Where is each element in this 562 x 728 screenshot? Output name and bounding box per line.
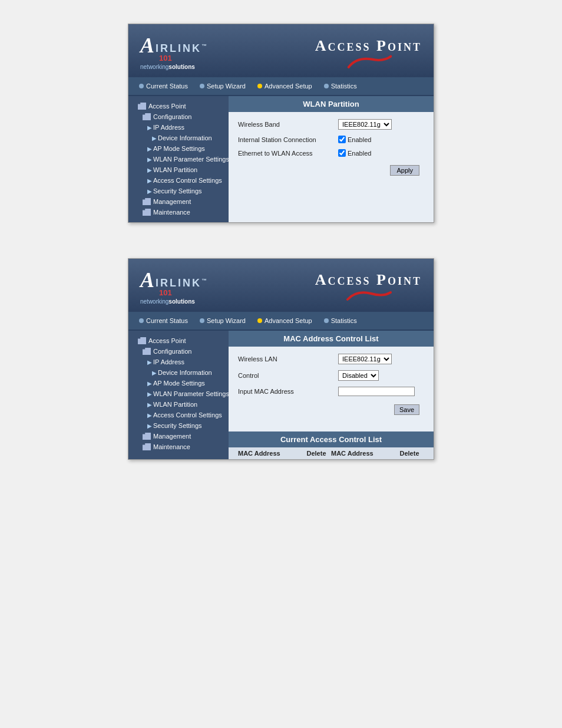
swoosh-2 (315, 289, 422, 304)
label-control-2: Control (238, 372, 338, 379)
sidebar-item-wlan-partition-2[interactable]: ▶ WLAN Partition (128, 399, 229, 410)
arrow-icon-3: ▶ (147, 146, 152, 152)
nav-setup-wizard-1[interactable]: Setup Wizard (195, 80, 250, 92)
sidebar-item-maintenance-2[interactable]: Maintenance (128, 442, 229, 452)
input-mac-address-2[interactable] (338, 387, 415, 396)
select-wireless-lan-2[interactable]: IEEE802.11g IEEE802.11b (338, 354, 392, 364)
nav-dot-3 (257, 84, 262, 88)
logo-a-2: A (140, 269, 154, 291)
folder-icon-4 (143, 209, 151, 216)
section-header2-2: Current Access Control List (229, 431, 434, 447)
swoosh-svg-1 (345, 53, 393, 70)
sidebar-item-access-point-2[interactable]: Access Point (128, 335, 229, 346)
clearfix-1: Apply (238, 163, 424, 180)
nav-setup-wizard-2[interactable]: Setup Wizard (195, 315, 250, 327)
panel-mac-address: A IRLINK™ 101 networkingsolutions Access… (128, 258, 434, 460)
folder-icon-5 (138, 337, 146, 344)
table-header-2: MAC Address Delete MAC Address Delete (229, 447, 434, 459)
checkbox-internal-station-1[interactable] (338, 136, 346, 143)
nav-current-status-2[interactable]: Current Status (134, 315, 193, 327)
label-internal-station-1: Internal Station Connection (238, 136, 338, 143)
arrow-icon-11: ▶ (147, 391, 152, 397)
col-mac-address-2: MAC Address (331, 450, 395, 457)
save-button-2[interactable]: Save (394, 404, 419, 415)
logo-a-1: A (140, 35, 154, 56)
main-content-1: WLAN Partition Wireless Band IEEE802.11g… (229, 96, 434, 222)
arrow-icon-5: ▶ (147, 167, 152, 173)
form-row-control-2: Control Disabled Enabled (238, 370, 424, 381)
sidebar-item-access-control-2[interactable]: ▶ Access Control Settings (128, 410, 229, 420)
logo-area-1: A IRLINK™ 101 networkingsolutions (140, 35, 209, 70)
sidebar-item-management-1[interactable]: Management (128, 196, 229, 207)
panel-header-2: A IRLINK™ 101 networkingsolutions Access… (128, 259, 434, 312)
section-header-2: MAC Address Control List (229, 331, 434, 347)
folder-icon-8 (143, 443, 151, 450)
sidebar-item-security-2[interactable]: ▶ Security Settings (128, 420, 229, 431)
clearfix-2: Save (238, 402, 424, 420)
control-input-mac-2 (338, 387, 415, 396)
label-wireless-lan-2: Wireless LAN (238, 355, 338, 363)
sidebar-item-wlan-param-1[interactable]: ▶ WLAN Parameter Settings (128, 154, 229, 164)
nav-dot-5 (139, 318, 144, 323)
form-row-input-mac-2: Input MAC Address (238, 387, 424, 396)
arrow-icon-4: ▶ (147, 156, 152, 163)
nav-bar-2: Current Status Setup Wizard Advanced Set… (128, 312, 434, 331)
checkbox-label-ethernet-1: Enabled (338, 149, 371, 157)
sidebar-item-access-control-1[interactable]: ▶ Access Control Settings (128, 175, 229, 186)
apply-button-1[interactable]: Apply (390, 165, 419, 176)
nav-advanced-setup-1[interactable]: Advanced Setup (253, 80, 317, 92)
header-title-area-2: Access Point (315, 271, 422, 304)
folder-icon-3 (143, 198, 151, 205)
checkbox-ethernet-wlan-1[interactable] (338, 149, 346, 157)
panel-wlan-partition: A IRLINK™ 101 networkingsolutions Access… (128, 24, 434, 223)
nav-statistics-1[interactable]: Statistics (319, 80, 362, 92)
main-content-2: MAC Address Control List Wireless LAN IE… (229, 331, 434, 459)
nav-current-status-1[interactable]: Current Status (134, 80, 193, 92)
form-row-wireless-band-1: Wireless Band IEEE802.11g IEEE802.11b (238, 119, 424, 130)
sidebar-item-ip-address-2[interactable]: ▶ IP Address (128, 357, 229, 367)
sidebar-item-wlan-param-2[interactable]: ▶ WLAN Parameter Settings (128, 388, 229, 399)
logo-101-1: 101 (159, 54, 209, 62)
arrow-icon-13: ▶ (147, 412, 152, 419)
form-body-1: Wireless Band IEEE802.11g IEEE802.11b In… (229, 112, 434, 187)
folder-icon-7 (143, 433, 151, 440)
sidebar-item-ip-address-1[interactable]: ▶ IP Address (128, 122, 229, 133)
arrow-icon-1: ▶ (147, 124, 152, 131)
control-ethernet-wlan-1: Enabled (338, 149, 371, 157)
sidebar-item-device-info-1[interactable]: ▶ Device Information (128, 133, 229, 143)
arrow-icon-7: ▶ (147, 188, 152, 195)
select-control-2[interactable]: Disabled Enabled (338, 370, 379, 381)
sidebar-item-ap-mode-1[interactable]: ▶ AP Mode Settings (128, 143, 229, 154)
sidebar-item-configuration-2[interactable]: Configuration (128, 346, 229, 357)
nav-bar-1: Current Status Setup Wizard Advanced Set… (128, 77, 434, 96)
sidebar-item-device-info-2[interactable]: ▶ Device Information (128, 367, 229, 378)
control-internal-station-1: Enabled (338, 136, 371, 143)
section-header-1: WLAN Partition (229, 96, 434, 112)
folder-icon-1 (138, 103, 146, 110)
label-input-mac-2: Input MAC Address (238, 388, 338, 395)
nav-dot-4 (324, 84, 329, 88)
form-row-internal-station-1: Internal Station Connection Enabled (238, 136, 424, 143)
sidebar-item-wlan-partition-1[interactable]: ▶ WLAN Partition (128, 164, 229, 175)
nav-dot-6 (200, 318, 204, 323)
select-wireless-band-1[interactable]: IEEE802.11g IEEE802.11b (338, 119, 392, 130)
arrow-icon-10: ▶ (147, 380, 152, 387)
nav-advanced-setup-2[interactable]: Advanced Setup (253, 315, 317, 327)
sidebar-2: Access Point Configuration ▶ IP Address … (128, 331, 229, 459)
header-title-2: Access Point (315, 271, 422, 289)
sidebar-item-configuration-1[interactable]: Configuration (128, 111, 229, 122)
nav-dot-2 (200, 84, 204, 88)
sidebar-item-access-point-1[interactable]: Access Point (128, 101, 229, 111)
sidebar-item-security-1[interactable]: ▶ Security Settings (128, 186, 229, 196)
content-area-2: Access Point Configuration ▶ IP Address … (128, 331, 434, 459)
label-wireless-band-1: Wireless Band (238, 121, 338, 128)
folder-icon-6 (143, 348, 151, 355)
page-wrapper: A IRLINK™ 101 networkingsolutions Access… (0, 0, 562, 483)
sidebar-item-ap-mode-2[interactable]: ▶ AP Mode Settings (128, 378, 229, 388)
panel-header-1: A IRLINK™ 101 networkingsolutions Access… (128, 24, 434, 77)
swoosh-svg-2 (345, 289, 392, 302)
sidebar-1: Access Point Configuration ▶ IP Address … (128, 96, 229, 222)
nav-statistics-2[interactable]: Statistics (319, 315, 362, 327)
sidebar-item-management-2[interactable]: Management (128, 431, 229, 442)
sidebar-item-maintenance-1[interactable]: Maintenance (128, 207, 229, 218)
